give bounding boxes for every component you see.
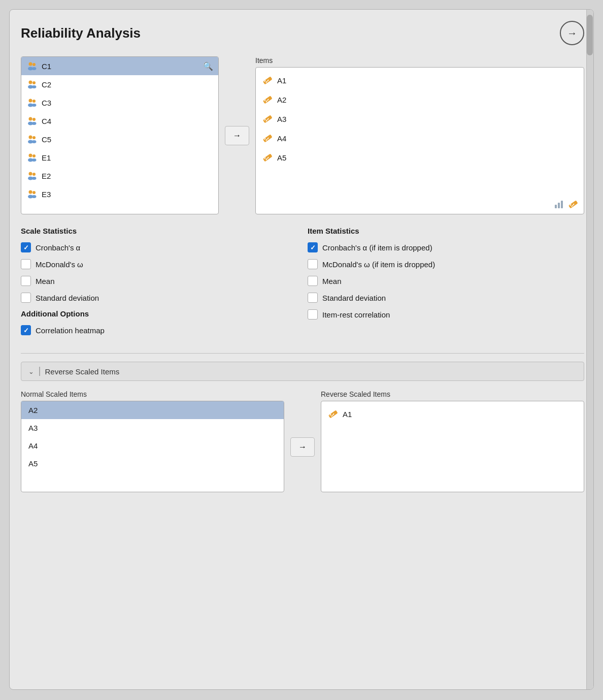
svg-point-8 <box>29 99 32 103</box>
svg-point-2 <box>32 63 36 66</box>
list-item[interactable]: A3 <box>21 419 284 437</box>
normal-item-label: A2 <box>28 406 38 415</box>
scrollbar-thumb[interactable] <box>587 15 593 55</box>
list-item[interactable]: A5 <box>256 148 584 167</box>
item-cronbachs-alpha-checkbox[interactable] <box>308 242 318 252</box>
people-icon <box>26 188 38 200</box>
item-mcdonalds-omega-label: McDonald's ω (if item is dropped) <box>322 260 435 269</box>
items-list: A1 A2 <box>255 67 584 214</box>
people-icon <box>26 134 38 145</box>
normal-scaled-label: Normal Scaled Items <box>21 390 284 398</box>
item-label: A2 <box>277 96 286 104</box>
item-label: A4 <box>277 134 286 143</box>
item-mcdonalds-omega-checkbox[interactable] <box>308 259 318 269</box>
scale-mcdonalds-omega-checkbox[interactable] <box>21 259 31 269</box>
item-mcdonalds-omega-row: McDonald's ω (if item is dropped) <box>308 259 584 269</box>
ruler-icon <box>262 152 273 163</box>
section-divider <box>21 353 584 354</box>
item-mean-row: Mean <box>308 276 584 286</box>
people-icon <box>26 79 38 90</box>
svg-point-20 <box>29 154 32 157</box>
item-statistics-col: Item Statistics Cronbach's α (if item is… <box>308 227 584 342</box>
scale-cronbachs-alpha-checkbox[interactable] <box>21 242 31 252</box>
svg-point-28 <box>29 190 32 194</box>
variable-label: C2 <box>42 80 51 89</box>
top-section: C1 🔍 C2 <box>21 56 584 214</box>
scale-stddev-row: Standard deviation <box>21 293 297 303</box>
scale-mean-checkbox[interactable] <box>21 276 31 286</box>
list-item[interactable]: A2 <box>256 90 584 109</box>
list-item[interactable]: A5 <box>21 455 284 472</box>
list-item[interactable]: A3 <box>256 109 584 129</box>
transfer-to-items-button[interactable]: → <box>225 126 249 145</box>
list-item[interactable]: A4 <box>256 129 584 148</box>
main-panel: Reliability Analysis → C1 🔍 <box>9 9 594 690</box>
bar-chart-icon <box>554 200 564 209</box>
scale-cronbachs-alpha-row: Cronbach's α <box>21 242 297 252</box>
list-item[interactable]: A4 <box>21 437 284 455</box>
additional-options-heading: Additional Options <box>21 309 297 318</box>
item-rest-correlation-label: Item-rest correlation <box>322 310 390 319</box>
ruler-icon <box>262 94 273 105</box>
reverse-scaled-label: Reverse Scaled Items <box>321 390 584 398</box>
item-stddev-checkbox[interactable] <box>308 293 318 303</box>
list-item[interactable]: E1 <box>21 148 218 167</box>
item-label: A5 <box>277 153 286 162</box>
item-statistics-heading: Item Statistics <box>308 227 584 235</box>
normal-item-label: A4 <box>28 441 38 450</box>
scale-mean-label: Mean <box>36 277 55 285</box>
run-button[interactable]: → <box>560 21 584 45</box>
svg-point-3 <box>32 67 37 70</box>
svg-point-31 <box>32 195 37 198</box>
list-item[interactable]: E2 <box>21 167 218 185</box>
normal-scaled-list: A2 A3 A4 A5 <box>21 401 284 492</box>
variable-item-label-c1: C1 <box>42 62 51 71</box>
list-item[interactable]: C2 <box>21 75 218 93</box>
scale-stddev-checkbox[interactable] <box>21 293 31 303</box>
correlation-heatmap-checkbox[interactable] <box>21 325 31 335</box>
list-item[interactable]: A2 <box>21 401 284 419</box>
svg-point-18 <box>32 136 36 139</box>
svg-point-10 <box>32 100 36 103</box>
list-item[interactable]: A1 <box>256 71 584 90</box>
people-icon <box>26 152 38 163</box>
svg-point-12 <box>29 117 32 121</box>
svg-point-7 <box>32 85 37 88</box>
search-icon[interactable]: 🔍 <box>203 61 213 71</box>
list-item[interactable]: E3 <box>21 185 218 203</box>
list-item[interactable]: C4 <box>21 112 218 130</box>
item-cronbachs-alpha-row: Cronbach's α (if item is dropped) <box>308 242 584 252</box>
items-panel-label: Items <box>255 56 584 65</box>
scale-statistics-col: Scale Statistics Cronbach's α McDonald's… <box>21 227 297 342</box>
svg-point-16 <box>29 136 32 139</box>
reverse-scaled-toggle[interactable]: ⌄ Reverse Scaled Items <box>21 362 584 381</box>
scale-mcdonalds-omega-row: McDonald's ω <box>21 259 297 269</box>
item-mean-checkbox[interactable] <box>308 276 318 286</box>
list-item[interactable]: C5 <box>21 130 218 148</box>
people-icon <box>26 97 38 108</box>
list-item[interactable]: C3 <box>21 93 218 112</box>
ruler-icon <box>327 408 339 420</box>
svg-point-30 <box>32 191 36 194</box>
svg-point-23 <box>32 158 37 162</box>
scale-mean-row: Mean <box>21 276 297 286</box>
header: Reliability Analysis → <box>21 21 584 45</box>
normal-scaled-col: Normal Scaled Items A2 A3 A4 A5 <box>21 390 284 492</box>
items-bottom-icons <box>554 199 579 210</box>
scale-cronbachs-alpha-label: Cronbach's α <box>36 243 80 252</box>
scale-stddev-label: Standard deviation <box>36 294 99 302</box>
item-label: A3 <box>277 115 286 123</box>
item-rest-correlation-checkbox[interactable] <box>308 309 318 320</box>
item-stddev-row: Standard deviation <box>308 293 584 303</box>
transfer-to-reverse-button[interactable]: → <box>290 437 315 457</box>
people-icon-c1 <box>26 60 38 72</box>
ruler-icon <box>262 133 273 144</box>
scrollbar-track[interactable] <box>586 10 593 689</box>
ruler-icon <box>262 75 273 86</box>
svg-point-11 <box>32 104 37 107</box>
reverse-scaled-list: A1 <box>321 401 584 492</box>
variable-label: C3 <box>42 99 51 107</box>
list-item[interactable]: A1 <box>321 404 584 424</box>
svg-point-4 <box>29 81 32 84</box>
svg-point-15 <box>32 122 37 125</box>
